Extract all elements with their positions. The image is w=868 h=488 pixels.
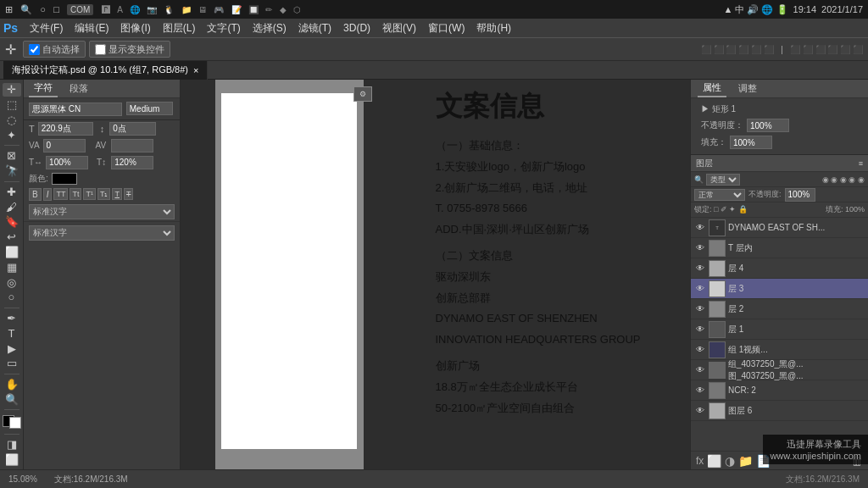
font-size-input[interactable] [38,122,93,136]
char-tab[interactable]: 字符 [29,80,58,97]
history-brush-tool[interactable]: ↩ [3,230,21,244]
menu-view[interactable]: 视图(V) [377,19,421,37]
transform-checkbox[interactable] [95,44,106,55]
properties-tab[interactable]: 属性 [698,80,726,97]
tool-separator-4 [4,374,19,374]
scale-h-input[interactable] [46,156,88,169]
tracking-input[interactable] [43,139,86,152]
canvas-control-icon[interactable]: ⚙ [353,86,372,102]
layer-item-9[interactable]: 👁 图层 6 [691,401,868,421]
show-transform-option[interactable]: 显示变换控件 [89,41,170,58]
pen-tool[interactable]: ✒ [3,312,21,325]
layer-panel-header: 图层 ≡ [691,155,868,172]
auto-select-option[interactable]: 自动选择 [23,41,86,58]
layer-vis-3[interactable]: 👁 [694,283,706,295]
screen-mode-tool[interactable]: ⬜ [3,452,21,466]
close-tab-button[interactable]: × [193,65,198,75]
menu-text[interactable]: 文字(T) [202,19,245,37]
color-swatch[interactable] [3,415,21,429]
path-select-tool[interactable]: ▶ [3,341,21,355]
font-style-input[interactable] [126,102,173,115]
brand-line3: 50-2100㎡产业空间自由组合 [436,400,641,418]
menu-help[interactable]: 帮助(H) [471,19,516,37]
new-group-button[interactable]: 📁 [738,454,753,468]
layer-item-3[interactable]: 👁 层 3 [691,279,868,299]
menu-edit[interactable]: 编辑(E) [70,19,114,37]
layer-vis-8[interactable]: 👁 [694,385,706,396]
eyedropper-tool[interactable]: 🔭 [3,164,21,178]
add-adjustment-button[interactable]: ◑ [725,454,735,468]
menu-select[interactable]: 选择(S) [248,19,292,37]
add-style-button[interactable]: fx [696,455,704,467]
layer-item-1[interactable]: 👁 T 层内 [691,238,868,258]
layer-item-5[interactable]: 👁 层 1 [691,319,868,340]
language-select[interactable]: 标准汉字 [29,204,175,219]
bold-button[interactable]: B [29,188,42,201]
fill-input[interactable] [730,136,772,149]
all-caps-button[interactable]: TT [53,188,68,200]
layer-vis-6[interactable]: 👁 [694,344,706,356]
layer-thumb-4 [709,301,726,318]
strikethrough-button[interactable]: T [124,188,134,200]
font-family-input[interactable] [29,103,122,116]
auto-select-checkbox[interactable] [29,44,40,55]
hand-tool[interactable]: ✋ [3,378,21,391]
menu-window[interactable]: 窗口(W) [423,19,470,37]
layer-vis-1[interactable]: 👁 [694,242,706,254]
layer-thumb-9 [709,402,726,419]
layer-type-filter[interactable]: 类型 [706,174,740,186]
stamp-tool[interactable]: 🔖 [3,215,21,229]
menu-image[interactable]: 图像(I) [115,19,155,37]
layer-item-2[interactable]: 👁 层 4 [691,258,868,279]
underline-button[interactable]: T [112,188,122,200]
magic-wand-tool[interactable]: ✦ [3,128,21,141]
layer-dynamo[interactable]: 👁 T DYNAMO EAST OF SH... [691,218,868,238]
menu-filter[interactable]: 滤镜(T) [293,19,337,37]
brush-tool[interactable]: 🖌 [3,200,21,214]
move-tool[interactable]: ✛ [3,83,21,97]
superscript-button[interactable]: T¹ [83,188,96,200]
layer-item-6[interactable]: 👁 组 1视频... [691,340,868,360]
layer-options-button[interactable]: ≡ [859,159,863,168]
lasso-tool[interactable]: ◌ [3,114,21,127]
subscript-button[interactable]: T₁ [97,188,111,200]
layer-visibility-dynamo[interactable]: 👁 [694,222,706,234]
document-tab[interactable]: 海报设计定稿.psd @ 10.1% (组7, RGB/8#) × [3,61,208,80]
crop-tool[interactable]: ⊠ [3,149,21,163]
blur-tool[interactable]: ◎ [3,275,21,289]
small-caps-button[interactable]: Tt [70,188,81,200]
color-swatch-input[interactable] [52,173,77,185]
text-tool[interactable]: T [3,326,21,340]
layer-item-7[interactable]: 👁 组_4037250_黑@...图_4037250_黑@... [691,360,868,380]
layer-vis-9[interactable]: 👁 [694,405,706,417]
zoom-tool[interactable]: 🔍 [3,392,21,406]
layer-vis-4[interactable]: 👁 [694,303,706,315]
blend-mode-select[interactable]: 正常 [694,189,745,201]
dodge-tool[interactable]: ○ [3,291,21,304]
antialiasing-select[interactable]: 标准汉字 [29,225,175,241]
layer-vis-2[interactable]: 👁 [694,263,706,274]
heal-tool[interactable]: ✚ [3,185,21,198]
para-tab[interactable]: 段落 [64,80,93,97]
layer-vis-5[interactable]: 👁 [694,324,706,336]
kerning-input[interactable] [111,139,153,152]
app-icons: 🅿 A 🌐 📷 🐧 📁 🖥 🎮 📝 🔲 ✏ ◆ ⬡ [102,5,301,14]
quick-mask-tool[interactable]: ◨ [3,437,21,451]
leading-input[interactable] [109,122,156,136]
selection-tool[interactable]: ⬚ [3,98,21,112]
layer-item-8[interactable]: 👁 NCR: 2 [691,380,868,401]
adjustments-tab[interactable]: 调整 [733,80,762,97]
layer-opacity-input[interactable] [785,188,815,202]
menu-3d[interactable]: 3D(D) [338,19,376,37]
opacity-input[interactable] [747,119,789,132]
italic-button[interactable]: I [43,188,53,201]
shape-tool[interactable]: ▭ [3,357,21,370]
add-mask-button[interactable]: ⬜ [707,454,721,468]
gradient-tool[interactable]: ▦ [3,260,21,274]
layer-vis-7[interactable]: 👁 [694,364,706,376]
eraser-tool[interactable]: ⬜ [3,246,21,259]
layer-item-4[interactable]: 👁 层 2 [691,299,868,319]
menu-layer[interactable]: 图层(L) [158,19,201,37]
scale-v-input[interactable] [111,156,153,169]
menu-file[interactable]: 文件(F) [25,19,68,37]
